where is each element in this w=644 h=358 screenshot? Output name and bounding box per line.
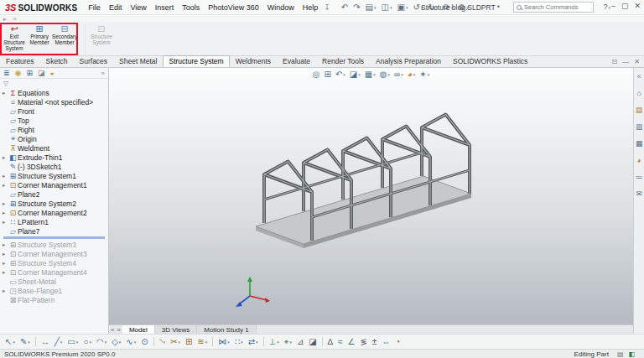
featuremanager-tab-icon[interactable]: ≣	[3, 69, 10, 77]
toolbar-separator[interactable]	[153, 337, 154, 346]
move-entities-icon[interactable]: ⇄	[246, 338, 261, 346]
expand-arrow-icon[interactable]	[3, 219, 8, 226]
mirror-icon[interactable]: ⋈	[216, 338, 232, 346]
smart-dimension-icon[interactable]: ↔	[39, 338, 52, 346]
appearances-icon[interactable]: ◕	[636, 156, 641, 164]
feature-tree-item[interactable]: ⊞ Structure System3	[0, 240, 108, 249]
doc-close-icon[interactable]: ✕	[634, 58, 640, 65]
forward-icon[interactable]: ↷	[351, 3, 362, 12]
tab-scroll-right-icon[interactable]: »	[117, 326, 120, 334]
feature-tree-item[interactable]: ◳ Base-Flange1	[0, 286, 108, 295]
flyout-arrow-icon[interactable]: ▸	[0, 16, 10, 23]
feature-tree-item[interactable]: ▱ Right	[0, 125, 108, 134]
mass-properties-icon[interactable]: ∆	[325, 338, 335, 346]
view-tab[interactable]: Motion Study 1	[197, 325, 256, 334]
deviation-analysis-icon[interactable]: ±	[370, 338, 380, 346]
view-tab[interactable]: 3D Views	[155, 325, 198, 334]
feature-tree-item[interactable]: ⊼ Weldment	[0, 143, 108, 153]
expand-arrow-icon[interactable]	[3, 241, 8, 248]
toolbar-separator[interactable]	[212, 337, 213, 346]
hide-show-items-icon[interactable]: ∞	[394, 70, 403, 79]
toolbar-separator[interactable]	[263, 337, 264, 346]
linear-pattern-icon[interactable]: ∷	[232, 338, 246, 346]
trim-icon[interactable]: ✂	[168, 338, 183, 346]
forum-icon[interactable]: ✉	[636, 189, 641, 198]
feature-tree-item[interactable]: ∷ LPattern1	[0, 217, 108, 226]
structure-system-button[interactable]: ⊡ Structure System	[85, 23, 115, 55]
menu-item[interactable]: File	[84, 3, 105, 12]
menu-item[interactable]: Insert	[151, 3, 179, 12]
view-palette-icon[interactable]: ▦	[636, 139, 642, 148]
quick-snaps-icon[interactable]: ⌖	[282, 338, 294, 346]
spline-icon[interactable]: ∿	[123, 338, 138, 346]
open-icon[interactable]: ▤	[363, 3, 379, 12]
edit-appearance-icon[interactable]: ◕	[408, 70, 416, 79]
pin-icon[interactable]: ↧	[324, 3, 330, 12]
menu-item[interactable]: Tools	[178, 3, 204, 12]
sketch-icon[interactable]: ✎	[18, 338, 33, 346]
expand-arrow-icon[interactable]	[3, 210, 8, 216]
expand-arrow-icon[interactable]	[3, 154, 8, 161]
feature-tree-item[interactable]: ▱ Top	[0, 116, 108, 125]
ribbon-tab[interactable]: Features	[0, 55, 40, 67]
rectangle-icon[interactable]: ▭	[65, 338, 80, 346]
expand-arrow-icon[interactable]	[3, 200, 8, 207]
feature-tree-item[interactable]: ⊡ Corner Management2	[0, 208, 108, 217]
expand-arrow-icon[interactable]	[3, 269, 8, 276]
flyout-menu-icon[interactable]: ≡	[10, 16, 20, 22]
symmetry-check-icon[interactable]: ⇔	[379, 338, 392, 346]
select-icon[interactable]: ↖	[3, 338, 18, 346]
feature-tree-item[interactable]	[3, 236, 105, 239]
display-relations-icon[interactable]: ⊥	[267, 338, 282, 346]
arc-icon[interactable]: ◠	[94, 338, 109, 346]
tab-scroll-left-icon[interactable]: «	[111, 326, 114, 334]
save-icon[interactable]: ◫	[379, 3, 395, 12]
search-commands-input[interactable]	[524, 3, 590, 11]
feature-tree-item[interactable]: ⊞ Structure System2	[0, 199, 108, 208]
panel-chevron-icon[interactable]: »	[101, 70, 105, 77]
ribbon-tab[interactable]: Sketch	[40, 55, 74, 67]
feature-tree-item[interactable]: ▭ Sheet-Metal	[0, 277, 108, 286]
collapse-pane-icon[interactable]: «	[637, 72, 641, 80]
ribbon-tab[interactable]: Surfaces	[74, 55, 114, 67]
ribbon-tab[interactable]: Render Tools	[316, 55, 370, 67]
display-style-icon[interactable]: ◍	[380, 70, 390, 79]
menu-item[interactable]: View	[126, 3, 150, 12]
close-icon[interactable]: ✕	[634, 2, 641, 10]
line-icon[interactable]: ╱	[52, 338, 65, 346]
feature-tree-item[interactable]: ▱ Plane7	[0, 226, 108, 236]
expand-arrow-icon[interactable]	[3, 90, 8, 96]
feature-tree-item[interactable]: ≡ Material <not specified>	[0, 97, 108, 106]
zoom-area-icon[interactable]: ⊞	[325, 70, 331, 79]
feature-tree-item[interactable]: ⊡ Corner Management4	[0, 267, 108, 277]
view-orientation-icon[interactable]: ▦	[365, 70, 376, 79]
configurationmanager-tab-icon[interactable]: ⊞	[26, 69, 33, 77]
help-button[interactable]: ?	[603, 3, 610, 11]
ribbon-tab[interactable]: Analysis Preparation	[370, 55, 447, 67]
menu-item[interactable]: PhotoView 360	[204, 3, 262, 12]
draft-analysis-icon[interactable]: ∠	[345, 338, 357, 346]
feature-tree-item[interactable]: ⊞ Structure System1	[0, 171, 108, 180]
propertymanager-tab-icon[interactable]: ◉	[15, 69, 22, 77]
expand-arrow-icon[interactable]	[3, 260, 8, 267]
dimxpert-tab-icon[interactable]: ◪	[38, 69, 45, 77]
zoom-fit-icon[interactable]: ◎	[313, 70, 320, 79]
back-icon[interactable]: ↶	[339, 3, 351, 12]
minimize-icon[interactable]: –	[611, 2, 615, 10]
graphics-area[interactable]: ◎ ⊞ ↶ ◪ ▦ ◍ ∞ ◕ ✶	[109, 68, 633, 324]
offset-icon[interactable]: ≋	[195, 338, 210, 346]
ribbon-tab[interactable]: Weldments	[230, 55, 277, 67]
feature-tree-item[interactable]: ✎ (-) 3DSketch1	[0, 162, 108, 171]
toolbar-separator[interactable]	[35, 337, 36, 346]
menu-item[interactable]: Window	[263, 3, 299, 12]
file-explorer-icon[interactable]: ▥	[636, 122, 642, 131]
feature-tree-item[interactable]: ▱ Front	[0, 106, 108, 116]
print-icon[interactable]: ▣	[394, 3, 410, 12]
ribbon-tab[interactable]: Evaluate	[277, 55, 316, 67]
expand-arrow-icon[interactable]	[3, 251, 8, 257]
resources-home-icon[interactable]: ⌂	[636, 89, 641, 97]
feature-tree-item[interactable]: ⊞ Structure System4	[0, 258, 108, 267]
filter-funnel-icon[interactable]: ▽	[3, 80, 8, 87]
view-tab[interactable]: Model	[122, 325, 155, 334]
feature-tree-item[interactable]: ⊠ Flat-Pattern	[0, 295, 108, 304]
